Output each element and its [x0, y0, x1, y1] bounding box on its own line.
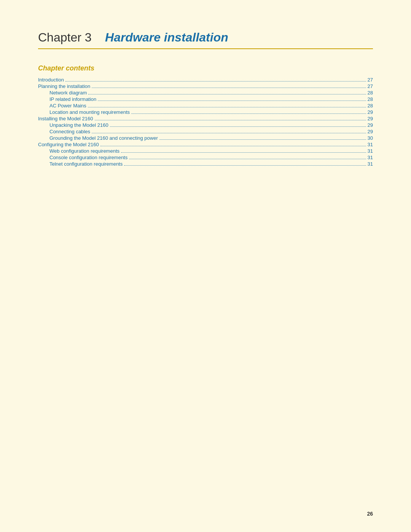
toc-page: 31	[368, 148, 373, 154]
chapter-contents-heading: Chapter contents	[38, 64, 373, 72]
toc-dots	[95, 120, 366, 120]
toc-page: 28	[368, 96, 373, 102]
toc-link[interactable]: Grounding the Model 2160 and connecting …	[49, 135, 158, 141]
toc-item: Planning the installation 27	[38, 83, 373, 89]
toc-list: Introduction 27 Planning the installatio…	[38, 77, 373, 167]
toc-item: Location and mounting requirements 29	[38, 109, 373, 115]
toc-page: 29	[368, 129, 373, 134]
toc-item: Network diagram 28	[38, 90, 373, 96]
toc-page: 27	[368, 83, 373, 89]
toc-page: 31	[368, 155, 373, 160]
toc-dots	[100, 146, 366, 146]
toc-item: Telnet configuration requirements 31	[38, 161, 373, 167]
toc-dots	[65, 81, 366, 81]
toc-link[interactable]: Web configuration requirements	[49, 148, 119, 154]
toc-item: Connecting cables 29	[38, 129, 373, 134]
chapter-title-text: Hardware installation	[105, 30, 228, 44]
toc-link[interactable]: Telnet configuration requirements	[49, 161, 123, 167]
toc-link[interactable]: Console configuration requirements	[49, 155, 127, 160]
toc-link[interactable]: Location and mounting requirements	[49, 109, 130, 115]
chapter-title: Chapter 3 Hardware installation	[38, 30, 373, 45]
toc-dots	[129, 159, 366, 159]
toc-link[interactable]: Planning the installation	[38, 83, 90, 89]
toc-item: Grounding the Model 2160 and connecting …	[38, 135, 373, 141]
toc-page: 30	[368, 135, 373, 141]
toc-dots	[124, 165, 366, 166]
toc-page: 31	[368, 142, 373, 147]
toc-page: 28	[368, 90, 373, 96]
toc-page: 27	[368, 77, 373, 83]
toc-dots	[88, 107, 366, 107]
chapter-contents-section: Chapter contents Introduction 27 Plannin…	[38, 64, 373, 167]
toc-dots	[131, 113, 366, 114]
toc-link[interactable]: Unpacking the Model 2160	[49, 122, 108, 128]
toc-dots	[110, 126, 366, 127]
toc-dots	[121, 152, 366, 153]
toc-page: 29	[368, 109, 373, 115]
toc-link[interactable]: Configuring the Model 2160	[38, 142, 99, 147]
toc-link[interactable]: IP related information	[49, 96, 96, 102]
toc-item: Unpacking the Model 2160 29	[38, 122, 373, 128]
toc-page: 29	[368, 116, 373, 121]
toc-link[interactable]: Connecting cables	[49, 129, 90, 134]
toc-link[interactable]: Network diagram	[49, 90, 87, 96]
toc-item: Introduction 27	[38, 77, 373, 83]
toc-link[interactable]: AC Power Mains	[49, 103, 86, 109]
toc-dots	[159, 139, 366, 140]
chapter-number: Chapter 3	[38, 30, 92, 44]
page: Chapter 3 Hardware installation Chapter …	[0, 0, 411, 532]
chapter-header: Chapter 3 Hardware installation	[38, 30, 373, 49]
toc-item: AC Power Mains 28	[38, 103, 373, 109]
toc-item: Console configuration requirements 31	[38, 155, 373, 160]
toc-item: Installing the Model 2160 29	[38, 116, 373, 121]
toc-page: 29	[368, 122, 373, 128]
toc-dots	[92, 133, 366, 133]
toc-link[interactable]: Introduction	[38, 77, 64, 83]
toc-item: Configuring the Model 2160 31	[38, 142, 373, 147]
toc-item: Web configuration requirements 31	[38, 148, 373, 154]
toc-link[interactable]: Installing the Model 2160	[38, 116, 93, 121]
toc-dots	[88, 94, 366, 94]
toc-dots	[92, 88, 366, 88]
page-number: 26	[367, 511, 373, 517]
toc-item: IP related information 28	[38, 96, 373, 102]
toc-page: 28	[368, 103, 373, 109]
toc-page: 31	[368, 161, 373, 167]
toc-dots	[98, 101, 366, 101]
